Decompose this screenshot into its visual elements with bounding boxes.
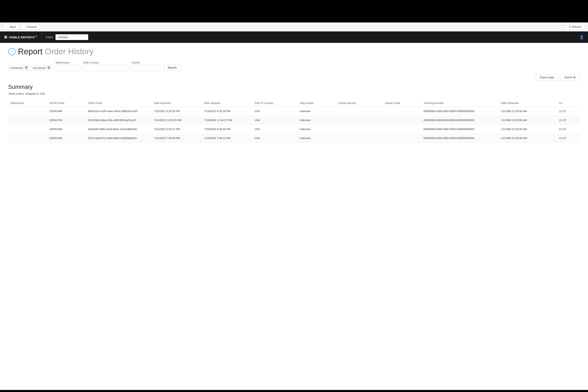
date-to-input[interactable]: 12/13/2022 📅 <box>30 65 52 71</box>
search-label: Search <box>168 66 176 69</box>
cell-cu: 12 UT <box>556 134 580 143</box>
export-row: Export page Export all <box>8 74 580 80</box>
refresh-label: Refresh <box>572 25 581 28</box>
cell-date-shipped: 7/18/2022 6:03:30 PM <box>202 125 252 134</box>
cell-carrier-service <box>336 125 382 134</box>
carrier-input[interactable] <box>132 65 160 71</box>
col-header-ship-carrier: Ship Carrier <box>297 100 336 107</box>
cell-vscm-order: CER41885 <box>47 107 86 116</box>
col-header-date-delivered: Date Delivered <box>498 100 557 107</box>
warehouse-filter: Warehouse: <box>56 61 80 71</box>
table-row: CER4144542271aa8-81c1-4ef4-8a80-41bf5dda… <box>8 134 580 143</box>
col-header-carrier-code: Carrier Code <box>382 100 421 107</box>
summary-title: Summary <box>8 84 580 90</box>
summary-total-orders: Total orders shipped is 146 <box>8 92 580 95</box>
cell-tracking-number: 00000000-0000-0000-0000-000000000000 <box>421 107 498 116</box>
calendar-to-icon: 📅 <box>47 66 50 70</box>
cell-warehouse <box>8 116 47 125</box>
ship-country-filter: Ship Country: <box>83 61 128 71</box>
main-content: ← Report Order History 07/03/2022 📅 12/1… <box>0 43 588 390</box>
table-body: CER418856bb61b23-4105-4aec-b91d-298b1f41… <box>8 107 580 143</box>
app-logo: ⊞ VISIBLE REPORTS3.0 <box>0 32 42 43</box>
refresh-button[interactable]: ↻ Refresh <box>565 24 585 30</box>
cell-carrier-service <box>336 116 382 125</box>
search-button[interactable]: Search <box>163 64 181 71</box>
app-nav: ⊞ VISIBLE REPORTS3.0 Client 👤 <box>0 32 588 43</box>
forward-label: Forward <box>27 25 37 28</box>
export-page-label: Export page <box>540 76 554 79</box>
report-subtitle: Order History <box>45 47 94 56</box>
browser-bar: ← Back → Forward ↻ Refresh <box>0 22 588 32</box>
cell-date-imported: 7/15/2022 6:20:26 PM <box>152 107 202 116</box>
app-version: 3.0 <box>34 35 37 38</box>
ship-country-label: Ship Country: <box>83 61 128 64</box>
logo-text: VISIBLE REPORTS3.0 <box>9 35 37 39</box>
back-arrow-icon: ← <box>6 25 9 28</box>
cell-date-delivered: 1/1/1900 12:00:00 AM <box>498 134 557 143</box>
table-header-row: Warehouse VSCM Order Client Order Date I… <box>8 100 580 107</box>
calendar-from-icon: 📅 <box>24 66 28 70</box>
cell-ship-to-country: USA <box>252 134 297 143</box>
col-header-tracking: Tracking Number <box>421 100 498 107</box>
cell-ship-to-country: USA <box>252 125 297 134</box>
cell-cu: 12 UT <box>556 116 580 125</box>
col-header-carrier-service: Carrier Service <box>336 100 382 107</box>
cell-ship-carrier: Unknown <box>297 116 336 125</box>
cell-date-imported: 7/14/2022 11:54:25 PM <box>152 116 202 125</box>
nav-client-section: Client <box>42 32 88 43</box>
cell-tracking-number: 00000000-0000-0000-0000-000000000000 <box>421 134 498 143</box>
cell-warehouse <box>8 107 47 116</box>
cell-date-delivered: 1/1/1900 12:00:00 AM <box>498 125 557 134</box>
forward-arrow-icon: → <box>24 25 26 28</box>
filters-row: 07/03/2022 📅 12/13/2022 📅 Warehouse: Shi… <box>8 61 580 71</box>
carrier-filter: Carrier: <box>132 61 160 71</box>
col-header-warehouse: Warehouse <box>8 100 47 107</box>
cell-cu: 12 UT <box>556 107 580 116</box>
cell-date-delivered: 1/1/1900 12:00:00 AM <box>498 116 557 125</box>
cell-date-imported: 7/12/2022 7:08:09 PM <box>152 134 202 143</box>
col-header-date-imported: Date Imported <box>152 100 202 107</box>
forward-button[interactable]: → Forward <box>20 24 40 30</box>
export-page-button[interactable]: Export page <box>536 74 558 80</box>
carrier-label: Carrier: <box>132 61 160 64</box>
cell-client-order: 6bb61b23-4105-4aec-b91d-298b1f41c637 <box>86 107 151 116</box>
cell-vscm-order: CER41793 <box>47 116 86 125</box>
export-all-label: Export all <box>564 76 576 79</box>
client-label: Client <box>46 36 56 39</box>
warehouse-label: Warehouse: <box>56 61 80 64</box>
table-row: CER4179335132fa6-b18a-415c-a26f-f921ba21… <box>8 116 580 125</box>
col-header-vscm: VSCM Order <box>47 100 86 107</box>
export-all-button[interactable]: Export all <box>560 74 580 80</box>
cell-date-delivered: 1/1/1900 12:00:00 AM <box>498 107 557 116</box>
cell-date-shipped: 7/16/2022 7:08:12 PM <box>202 134 252 143</box>
cell-client-order: 35132fa6-b18a-415c-a26f-f921ba211e2f <box>86 116 151 125</box>
report-back-button[interactable]: ← <box>8 48 16 55</box>
page-wrapper: ← Report Order History 07/03/2022 📅 12/1… <box>0 43 588 390</box>
ship-country-input[interactable] <box>83 65 128 71</box>
cell-carrier-code <box>382 107 421 116</box>
cell-warehouse <box>8 134 47 143</box>
date-from-input[interactable]: 07/03/2022 📅 <box>8 65 30 71</box>
logo-grid-icon: ⊞ <box>4 35 7 40</box>
cell-date-shipped: 7/19/2022 6:20:29 PM <box>202 107 252 116</box>
user-icon-button[interactable]: 👤 <box>580 35 588 40</box>
cell-carrier-service <box>336 134 382 143</box>
cell-cu: 12 UT <box>556 125 580 134</box>
cell-tracking-number: 00000000-0000-0000-0000-000000000000 <box>421 116 498 125</box>
col-header-ship-country: Ship To Country <box>252 100 297 107</box>
cell-carrier-code <box>382 125 421 134</box>
table-header: Warehouse VSCM Order Client Order Date I… <box>8 100 580 107</box>
back-circle-icon: ← <box>10 50 14 54</box>
refresh-icon: ↻ <box>569 25 571 28</box>
warehouse-input[interactable] <box>56 65 80 71</box>
back-button[interactable]: ← Back <box>3 24 19 30</box>
cell-ship-to-country: USA <box>252 116 297 125</box>
cell-date-shipped: 7/18/2022 11:54:27 PM <box>202 116 252 125</box>
cell-client-order: 42271aa8-81c1-4ef4-8a80-41bf5dda013c <box>86 134 151 143</box>
table-row: CER41694fa9a42f6-35db-44a6-941b-13a21966… <box>8 125 580 134</box>
client-input[interactable] <box>56 34 88 40</box>
cell-carrier-service <box>336 107 382 116</box>
date-range: 07/03/2022 📅 12/13/2022 📅 <box>8 65 52 71</box>
top-black-bar <box>0 0 588 22</box>
cell-vscm-order: CER41445 <box>47 134 86 143</box>
